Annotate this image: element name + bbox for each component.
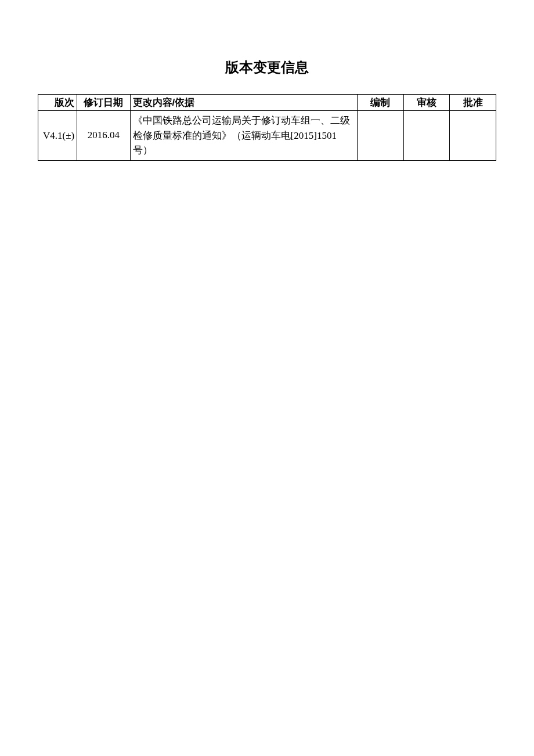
cell-prepare xyxy=(357,111,403,161)
page-title: 版本变更信息 xyxy=(38,58,496,77)
header-prepare: 编制 xyxy=(357,95,403,111)
header-date: 修订日期 xyxy=(77,95,130,111)
cell-version: V4.1(±) xyxy=(38,111,77,161)
header-review: 审核 xyxy=(403,95,450,111)
cell-date: 2016.04 xyxy=(77,111,130,161)
version-change-table: 版次 修订日期 更改内容/依据 编制 审核 批准 V4.1(±) 2016.04… xyxy=(38,94,496,161)
header-version: 版次 xyxy=(38,95,77,111)
cell-content: 《中国铁路总公司运输局关于修订动车组一、二级检修质量标准的通知》（运辆动车电[2… xyxy=(130,111,357,161)
table-row: V4.1(±) 2016.04 《中国铁路总公司运输局关于修订动车组一、二级检修… xyxy=(38,111,496,161)
header-approve: 批准 xyxy=(450,95,496,111)
cell-review xyxy=(403,111,450,161)
table-header-row: 版次 修订日期 更改内容/依据 编制 审核 批准 xyxy=(38,95,496,111)
cell-approve xyxy=(450,111,496,161)
header-content: 更改内容/依据 xyxy=(130,95,357,111)
